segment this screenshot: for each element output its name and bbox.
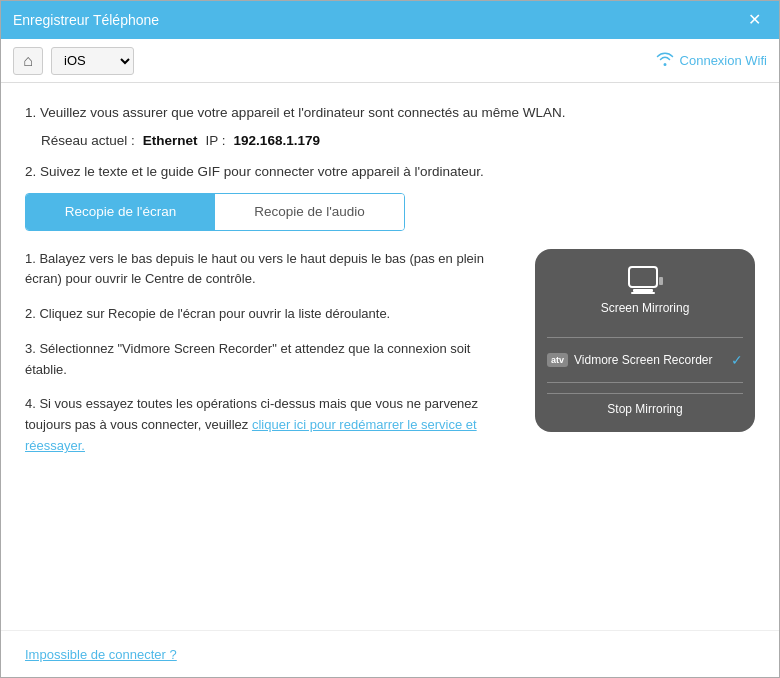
stop-mirroring-label: Stop Mirroring [607, 402, 682, 416]
wifi-label: Connexion Wifi [680, 53, 767, 68]
title-bar: Enregistreur Téléphone ✕ [1, 1, 779, 39]
footer: Impossible de connecter ? [1, 630, 779, 677]
tab-screen-label: Recopie de l'écran [65, 204, 176, 219]
network-info: Réseau actuel : Ethernet IP : 192.168.1.… [25, 133, 755, 148]
svg-rect-0 [629, 267, 657, 287]
recorder-row: atv Vidmore Screen Recorder ✓ [547, 348, 743, 372]
impossible-connect-link[interactable]: Impossible de connecter ? [25, 647, 177, 662]
wifi-connection-button[interactable]: Connexion Wifi [656, 52, 767, 70]
tabs: Recopie de l'écran Recopie de l'audio [25, 193, 405, 231]
instructions-panel: 1. Balayez vers le bas depuis le haut ou… [25, 249, 515, 471]
instruction-2: 2. Cliquez sur Recopie de l'écran pour o… [25, 304, 515, 325]
step1-text: 1. Veuillez vous assurer que votre appar… [25, 103, 755, 123]
instruction-1: 1. Balayez vers le bas depuis le haut ou… [25, 249, 515, 291]
divider-1 [547, 337, 743, 338]
tab-audio-mirror[interactable]: Recopie de l'audio [215, 194, 404, 230]
network-label: Réseau actuel : [41, 133, 135, 148]
instruction-3: 3. Sélectionnez "Vidmore Screen Recorder… [25, 339, 515, 381]
divider-2 [547, 382, 743, 383]
stop-mirroring-button[interactable]: Stop Mirroring [547, 393, 743, 416]
svg-rect-1 [633, 289, 653, 292]
toolbar: ⌂ iOS Android Connexion Wifi [1, 39, 779, 83]
tab-audio-label: Recopie de l'audio [254, 204, 365, 219]
ip-value: 192.168.1.179 [234, 133, 320, 148]
wifi-icon [656, 52, 674, 70]
close-button[interactable]: ✕ [742, 10, 767, 30]
recorder-row-left: atv Vidmore Screen Recorder [547, 353, 713, 367]
step2-text: 2. Suivez le texte et le guide GIF pour … [25, 162, 755, 182]
check-icon: ✓ [731, 352, 743, 368]
svg-rect-3 [659, 277, 663, 285]
tv-icon: atv [547, 353, 568, 367]
home-button[interactable]: ⌂ [13, 47, 43, 75]
screen-mirroring-title: Screen Mirroring [601, 301, 690, 315]
screen-mirroring-section: Screen Mirroring [547, 265, 743, 327]
instruction-1-text: 1. Balayez vers le bas depuis le haut ou… [25, 251, 484, 287]
ip-label: IP : [206, 133, 226, 148]
recorder-name: Vidmore Screen Recorder [574, 353, 713, 367]
main-area: 1. Balayez vers le bas depuis le haut ou… [25, 249, 755, 471]
instruction-2-text: 2. Cliquez sur Recopie de l'écran pour o… [25, 306, 390, 321]
network-name: Ethernet [143, 133, 198, 148]
tab-screen-mirror[interactable]: Recopie de l'écran [26, 194, 215, 230]
window-title: Enregistreur Téléphone [13, 12, 742, 28]
phone-mockup: Screen Mirroring atv Vidmore Screen Reco… [535, 249, 755, 432]
svg-rect-2 [631, 292, 655, 294]
instruction-3-text: 3. Sélectionnez "Vidmore Screen Recorder… [25, 341, 470, 377]
platform-select[interactable]: iOS Android [51, 47, 134, 75]
content-area: 1. Veuillez vous assurer que votre appar… [1, 83, 779, 630]
home-icon: ⌂ [23, 52, 33, 70]
instruction-4: 4. Si vous essayez toutes les opérations… [25, 394, 515, 456]
main-window: Enregistreur Téléphone ✕ ⌂ iOS Android C… [0, 0, 780, 678]
